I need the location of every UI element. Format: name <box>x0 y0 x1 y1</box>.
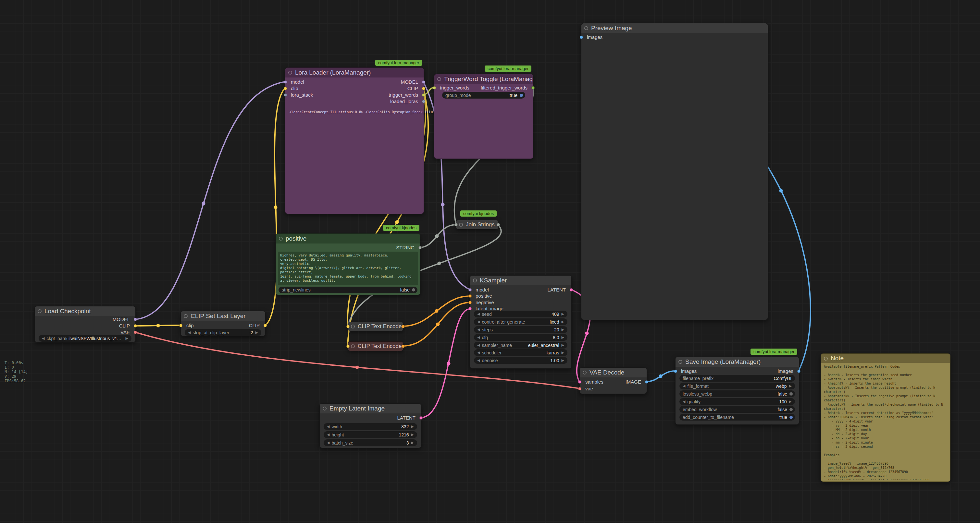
note-text[interactable]: Available filename_prefix Pattern Codes … <box>824 365 948 480</box>
toggle-dot[interactable] <box>789 392 793 396</box>
widget-sampler-name[interactable]: ◀sampler_nameeuler_ancestral▶ <box>474 342 568 349</box>
port-dot-filtered-trigger-words[interactable] <box>531 86 535 89</box>
decrement-arrow-icon[interactable]: ◀ <box>187 330 191 334</box>
port-dot-loaded-loras[interactable] <box>422 100 425 103</box>
combo-right-arrow-icon[interactable]: ▶ <box>561 343 565 347</box>
increment-arrow-icon[interactable]: ▶ <box>561 335 565 339</box>
collapse-dot-icon[interactable] <box>584 26 588 30</box>
widget-group-mode[interactable]: group_mode true <box>442 92 525 98</box>
output-port-image[interactable]: IMAGE <box>625 379 647 385</box>
node-title-bar[interactable]: Join Strings <box>456 220 498 229</box>
node-triggerword-toggle[interactable]: TriggerWord Toggle (LoraManager) trigger… <box>434 74 533 159</box>
node-title-bar[interactable]: TriggerWord Toggle (LoraManager) <box>434 74 533 84</box>
node-ksampler[interactable]: KSampler model positive negative latent_… <box>470 275 572 369</box>
node-title-bar[interactable]: VAE Decode <box>580 368 647 377</box>
increment-arrow-icon[interactable]: ▶ <box>410 441 415 445</box>
output-port-clip[interactable]: CLIP <box>407 85 424 92</box>
widget-scheduler[interactable]: ◀schedulerkarras▶ <box>474 349 568 356</box>
toggle-dot[interactable] <box>789 408 793 411</box>
widget-steps[interactable]: ◀steps20▶ <box>474 326 568 333</box>
output-port-model[interactable]: MODEL <box>113 316 135 323</box>
port-dot-clip[interactable] <box>179 324 183 327</box>
node-title-bar[interactable]: positive <box>276 234 420 244</box>
input-port-images[interactable]: images <box>581 34 603 41</box>
widget-lossless-webp[interactable]: lossless_webpfalse <box>679 390 795 397</box>
collapsed-input-dot[interactable] <box>455 223 458 226</box>
combo-left-arrow-icon[interactable]: ◀ <box>476 320 481 324</box>
widget-height[interactable]: ◀height1216▶ <box>324 431 417 438</box>
node-save-image[interactable]: Save Image (LoraManager) images images f… <box>675 357 799 425</box>
node-preview-image[interactable]: Preview Image images <box>581 23 768 320</box>
combo-right-arrow-icon[interactable]: ▶ <box>125 336 129 341</box>
collapse-dot-icon[interactable] <box>678 360 682 364</box>
port-dot-images[interactable] <box>580 36 583 39</box>
node-join-strings[interactable]: Join Strings <box>456 220 499 229</box>
port-dot-latent[interactable] <box>419 416 423 420</box>
widget-denoise[interactable]: ◀denoise1.00▶ <box>474 357 568 364</box>
widget-control-after-generate[interactable]: ◀control after generatefixed▶ <box>474 319 568 325</box>
decrement-arrow-icon[interactable]: ◀ <box>476 335 481 339</box>
collapse-dot-icon[interactable] <box>184 314 188 318</box>
output-port-images[interactable]: images <box>778 368 799 374</box>
toggle-dot[interactable] <box>789 416 793 419</box>
widget-add-counter-to-filename[interactable]: add_counter_to_filenametrue <box>679 414 795 420</box>
collapse-dot-icon[interactable] <box>459 223 463 227</box>
port-dot-clip[interactable] <box>422 87 425 90</box>
toggle-dot[interactable] <box>412 288 415 292</box>
node-title-bar[interactable]: CLIP Set Last Layer <box>181 311 265 321</box>
node-title-bar[interactable]: CLIP Text Encode (Pr <box>348 322 403 331</box>
collapsed-output-dot[interactable] <box>401 325 405 328</box>
decrement-arrow-icon[interactable]: ◀ <box>326 441 331 445</box>
node-title-bar[interactable]: Lora Loader (LoraManager) <box>285 68 424 78</box>
toggle-dot[interactable] <box>520 94 523 97</box>
combo-right-arrow-icon[interactable]: ▶ <box>561 320 565 324</box>
collapse-dot-icon[interactable] <box>288 71 292 74</box>
port-dot-latent[interactable] <box>570 288 573 292</box>
collapse-dot-icon[interactable] <box>38 309 41 313</box>
widget-batch-size[interactable]: ◀batch_size3▶ <box>324 439 417 446</box>
node-title-bar[interactable]: Empty Latent Image <box>320 404 421 414</box>
port-dot-trigger-words[interactable] <box>433 86 436 89</box>
collapsed-output-dot[interactable] <box>401 345 405 348</box>
node-note[interactable]: Note Available filename_prefix Pattern C… <box>821 353 950 482</box>
port-dot-string[interactable] <box>418 246 422 249</box>
decrement-arrow-icon[interactable]: ◀ <box>476 358 481 363</box>
node-clip-set-last-layer[interactable]: CLIP Set Last Layer clip CLIP ◀ stop_at_… <box>180 311 266 336</box>
decrement-arrow-icon[interactable]: ◀ <box>476 328 481 332</box>
combo-left-arrow-icon[interactable]: ◀ <box>476 350 481 355</box>
output-port-latent[interactable]: LATENT <box>547 287 571 293</box>
output-port-filtered-trigger-words[interactable]: filtered_trigger_words <box>481 85 533 91</box>
decrement-arrow-icon[interactable]: ◀ <box>326 433 331 437</box>
port-dot-images[interactable] <box>797 369 800 373</box>
combo-right-arrow-icon[interactable]: ▶ <box>561 350 565 355</box>
collapsed-input-dot[interactable] <box>346 325 350 328</box>
decrement-arrow-icon[interactable]: ◀ <box>476 312 481 316</box>
port-dot-model[interactable] <box>134 318 137 321</box>
prompt-textarea[interactable]: highres, very detailed, amazing quality,… <box>278 252 418 285</box>
input-port-model[interactable]: model <box>285 79 304 85</box>
node-vae-decode[interactable]: VAE Decode samples vae IMAGE <box>579 368 647 394</box>
node-load-checkpoint[interactable]: Load Checkpoint MODEL CLIP VAE ◀ ckpt_na… <box>34 306 136 342</box>
widget-stop-at-clip-layer[interactable]: ◀ stop_at_clip_layer -2 ▶ <box>185 329 261 336</box>
input-port-positive[interactable]: positive <box>470 293 492 299</box>
increment-arrow-icon[interactable]: ▶ <box>561 312 565 316</box>
decrement-arrow-icon[interactable]: ◀ <box>682 399 686 404</box>
port-dot-model[interactable] <box>422 81 425 84</box>
output-port-trigger-words[interactable]: trigger_words <box>388 92 424 98</box>
increment-arrow-icon[interactable]: ▶ <box>561 328 565 332</box>
input-port-model[interactable]: model <box>470 287 489 293</box>
port-dot-positive[interactable] <box>468 295 472 298</box>
output-port-loaded-loras[interactable]: loaded_loras <box>390 98 424 105</box>
output-port-latent[interactable]: LATENT <box>397 415 421 421</box>
collapsed-output-dot[interactable] <box>496 223 500 226</box>
input-port-images[interactable]: images <box>676 368 697 374</box>
port-dot-vae[interactable] <box>578 387 581 390</box>
output-port-vae[interactable]: VAE <box>121 329 135 336</box>
node-title-bar[interactable]: Load Checkpoint <box>35 306 135 316</box>
collapse-dot-icon[interactable] <box>824 357 828 361</box>
port-dot-image[interactable] <box>645 380 648 384</box>
increment-arrow-icon[interactable]: ▶ <box>788 399 793 404</box>
input-port-lora-stack[interactable]: lora_stack <box>285 92 313 98</box>
node-title-bar[interactable]: CLIP Text Encode (Pr <box>348 342 403 351</box>
port-dot-vae[interactable] <box>134 331 137 334</box>
